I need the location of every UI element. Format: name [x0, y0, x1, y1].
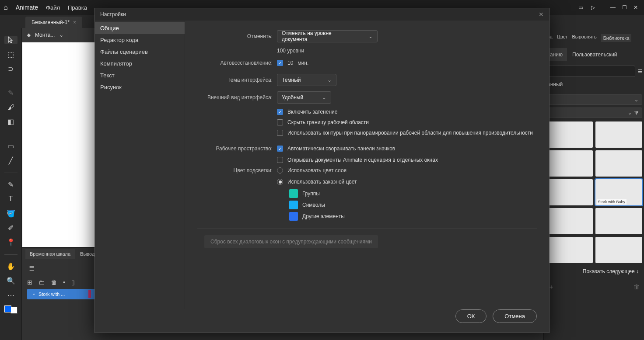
- dialog-close-icon[interactable]: ✕: [539, 11, 544, 18]
- category-drawing[interactable]: Рисунок: [95, 81, 185, 93]
- asset-thumb[interactable]: [546, 179, 593, 205]
- asset-thumb[interactable]: [595, 237, 643, 263]
- outline-icon[interactable]: ▯: [71, 279, 75, 286]
- library-section-label: анный: [546, 77, 642, 92]
- panel-tab-color[interactable]: Цвет: [557, 34, 568, 42]
- use-custom-color-radio[interactable]: [277, 179, 283, 185]
- line-tool[interactable]: ╱: [4, 156, 18, 165]
- category-code-editor[interactable]: Редактор кода: [95, 34, 185, 46]
- pin-tool[interactable]: 📍: [4, 238, 18, 246]
- use-outlines-label: Использовать контуры при панорамировании…: [287, 130, 533, 136]
- minimize-icon[interactable]: —: [608, 4, 618, 11]
- new-layer-icon[interactable]: ⊞: [27, 279, 32, 286]
- layer-row[interactable]: ▫ Stork with ...: [27, 289, 97, 299]
- menu-edit[interactable]: Правка: [68, 4, 87, 11]
- hide-border-checkbox[interactable]: [277, 119, 283, 125]
- show-next-button[interactable]: Показать следующее ↓: [546, 263, 642, 280]
- undo-levels-value[interactable]: 100: [277, 48, 286, 54]
- hide-border-label: Скрыть границу рабочей области: [287, 119, 369, 125]
- fill-color-chip[interactable]: [4, 305, 11, 312]
- free-transform-tool[interactable]: ⬚: [4, 50, 18, 59]
- category-general[interactable]: Общие: [95, 22, 185, 34]
- paint-bucket-tool[interactable]: 🪣: [4, 209, 18, 218]
- theme-dropdown[interactable]: Темный ⌄: [277, 74, 336, 86]
- asset-thumb[interactable]: [595, 121, 643, 148]
- panel-tab-align[interactable]: Выровнять: [572, 34, 597, 42]
- use-layer-color-label: Использовать цвет слоя: [287, 167, 346, 173]
- tab-timeline[interactable]: Временная шкала: [25, 249, 75, 259]
- play-icon[interactable]: ▷: [591, 4, 595, 10]
- layer-symbol-icon: ▫: [33, 291, 35, 297]
- more-tools[interactable]: ⋯: [4, 291, 18, 299]
- asset-thumb-selected[interactable]: Stork with Baby: [595, 179, 643, 205]
- stroke-color-chip[interactable]: [10, 307, 18, 314]
- category-text[interactable]: Текст: [95, 69, 185, 81]
- workspace-custom-tab[interactable]: Пользовательский: [568, 48, 622, 61]
- zoom-tool[interactable]: 🔍: [4, 277, 18, 285]
- open-separate-checkbox[interactable]: [277, 157, 283, 163]
- scene-label[interactable]: Монта...: [35, 32, 55, 38]
- cancel-button[interactable]: Отмена: [493, 309, 537, 323]
- category-script-files[interactable]: Файлы сценариев: [95, 46, 185, 58]
- maximize-icon[interactable]: ☐: [620, 4, 629, 11]
- document-tab[interactable]: Безымянный-1* ×: [25, 17, 82, 28]
- groups-color-swatch[interactable]: [289, 189, 298, 198]
- undo-dropdown[interactable]: Отменить на уровне документа ⌄: [277, 30, 378, 42]
- scene-icon[interactable]: ♣: [27, 32, 31, 38]
- search-input[interactable]: [546, 66, 635, 77]
- color-chips[interactable]: [4, 305, 18, 314]
- selection-tool[interactable]: [4, 36, 18, 44]
- other-color-swatch[interactable]: [289, 212, 298, 221]
- autorecover-checkbox[interactable]: ✓: [277, 60, 283, 66]
- use-layer-color-radio[interactable]: [277, 167, 283, 173]
- reset-dialogs-button[interactable]: Сброс всех диалоговых окон с предупрежда…: [204, 235, 378, 248]
- text-tool[interactable]: T: [4, 195, 18, 203]
- chevron-down-icon: ⌄: [368, 33, 373, 39]
- ok-button[interactable]: ОК: [455, 309, 487, 323]
- label-undo: Отменить:: [197, 33, 273, 39]
- close-tab-icon[interactable]: ×: [73, 19, 76, 25]
- asset-thumb[interactable]: [595, 208, 643, 234]
- delete-layer-icon[interactable]: 🗑: [51, 279, 57, 286]
- asset-thumb[interactable]: [546, 150, 593, 177]
- eyedropper-tool[interactable]: ✎: [4, 180, 18, 189]
- label-ui-style: Внешний вид интерфейса:: [197, 94, 273, 101]
- ui-style-dropdown-value: Удобный: [282, 94, 303, 101]
- ui-style-dropdown[interactable]: Удобный ⌄: [277, 91, 331, 104]
- home-icon[interactable]: ⌂: [4, 3, 8, 11]
- menu-file[interactable]: Файл: [46, 4, 60, 11]
- dropper-tool[interactable]: ✐: [4, 224, 18, 232]
- rectangle-tool[interactable]: ▭: [4, 142, 18, 150]
- asset-thumb[interactable]: [595, 150, 643, 177]
- list-view-icon[interactable]: ☰: [638, 69, 642, 74]
- asset-thumb[interactable]: [546, 121, 593, 148]
- use-outlines-checkbox[interactable]: [277, 130, 283, 136]
- hand-tool[interactable]: ✋: [4, 262, 18, 271]
- lasso-tool[interactable]: ⊃: [4, 65, 18, 73]
- brush-tool[interactable]: 🖌: [4, 103, 18, 111]
- label-workspace: Рабочее пространство:: [197, 146, 273, 152]
- shade-checkbox[interactable]: ✓: [277, 109, 283, 115]
- filter-icon[interactable]: ⧩: [634, 110, 638, 116]
- auto-collapse-label: Автоматически сворачивать панели значков: [287, 146, 395, 152]
- preferences-dialog: Настройки ✕ Общие Редактор кода Файлы сц…: [94, 8, 550, 333]
- symbols-color-swatch[interactable]: [289, 201, 298, 209]
- filter-category-dropdown[interactable]: ⌄: [546, 94, 642, 105]
- filter-type-dropdown[interactable]: ⌄ ⧩: [546, 108, 642, 118]
- fluid-brush-tool[interactable]: ✎: [4, 89, 18, 97]
- preferences-content: Отменить: Отменить на уровне документа ⌄…: [185, 21, 549, 309]
- workspace-icon[interactable]: ▭: [578, 4, 583, 10]
- asset-thumb[interactable]: [546, 237, 593, 263]
- chevron-down-icon[interactable]: ⌄: [59, 32, 63, 38]
- new-folder-icon[interactable]: 🗀: [38, 279, 45, 286]
- auto-collapse-checkbox[interactable]: ✓: [277, 146, 283, 152]
- close-icon[interactable]: ✕: [631, 4, 640, 11]
- eraser-tool[interactable]: ◧: [4, 118, 18, 126]
- panel-tab-library[interactable]: Библиотека: [601, 34, 632, 42]
- delete-asset-icon[interactable]: 🗑: [634, 283, 640, 291]
- category-compiler[interactable]: Компилятор: [95, 58, 185, 69]
- autorecover-value[interactable]: 10: [287, 60, 293, 66]
- right-panels: ва Цвет Выровнять Библиотека анию Пользо…: [543, 28, 644, 340]
- layers-icon[interactable]: ≣: [29, 264, 35, 272]
- asset-thumb[interactable]: [546, 208, 593, 234]
